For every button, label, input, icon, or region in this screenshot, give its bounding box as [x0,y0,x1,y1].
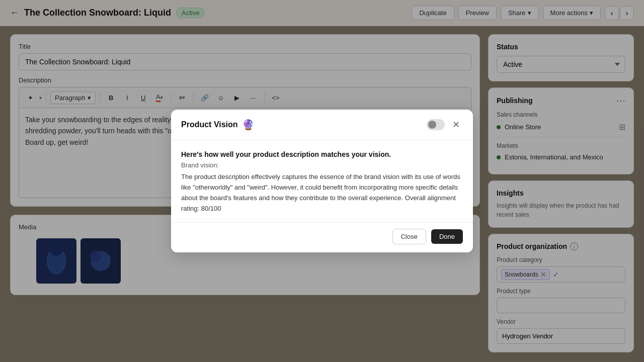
modal-header: Product Vision 🔮 ✕ [171,110,473,140]
toggle-knob [428,121,436,129]
modal-footer: Close Done [171,222,473,252]
product-vision-modal: Product Vision 🔮 ✕ Here's how well your … [171,110,473,252]
modal-close-button[interactable]: ✕ [449,118,463,132]
modal-done-button[interactable]: Done [431,229,463,244]
modal-close-action-button[interactable]: Close [392,229,426,244]
modal-overlay: Product Vision 🔮 ✕ Here's how well your … [0,0,644,362]
modal-body: Here's how well your product description… [171,140,473,222]
modal-title-row: Product Vision 🔮 [181,119,255,131]
modal-title: Product Vision [181,120,238,129]
modal-body-text: The product description effectively capt… [181,172,463,214]
modal-heading: Here's how well your product description… [181,150,463,158]
modal-header-actions: ✕ [427,118,463,132]
modal-brand-vision-label: Brand vision: [181,161,463,169]
modal-icon: 🔮 [242,119,255,131]
modal-toggle-button[interactable] [427,119,445,130]
